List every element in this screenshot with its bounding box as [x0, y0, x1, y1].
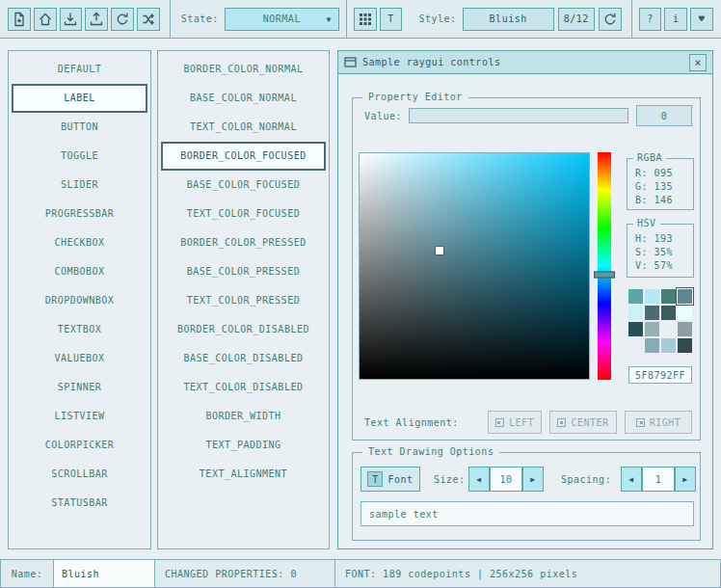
control-item-textbox[interactable]: TEXTBOX — [12, 315, 147, 344]
grid-view-button[interactable] — [354, 8, 377, 31]
style-name-input[interactable]: Bluish — [53, 559, 155, 588]
spacing-decrease-button[interactable]: ◀ — [621, 467, 642, 492]
property-item-base-color-normal[interactable]: BASE_COLOR_NORMAL — [161, 84, 326, 113]
palette-swatch[interactable] — [661, 306, 676, 320]
grid-icon — [359, 13, 372, 26]
random-style-button[interactable] — [137, 8, 160, 31]
control-item-toggle[interactable]: TOGGLE — [12, 142, 147, 171]
palette-swatch[interactable] — [645, 289, 659, 304]
font-size-toggle-button[interactable]: 8/12 — [558, 8, 595, 31]
spacing-increase-button[interactable]: ▶ — [675, 467, 696, 492]
property-item-border-color-normal[interactable]: BORDER_COLOR_NORMAL — [161, 55, 326, 84]
control-item-default[interactable]: DEFAULT — [12, 55, 147, 84]
statusbar: Name: Bluish CHANGED PROPERTIES: 0 FONT:… — [0, 559, 721, 588]
size-value-box[interactable]: 10 — [490, 467, 522, 492]
about-button[interactable]: i — [664, 8, 687, 31]
palette-swatch[interactable] — [661, 322, 676, 336]
value-label: Value: — [364, 111, 402, 121]
control-item-statusbar[interactable]: STATUSBAR — [12, 489, 147, 518]
state-dropdown[interactable]: NORMAL ▼ — [225, 8, 339, 31]
reload-icon — [115, 12, 130, 27]
hsv-group: HSV H: 193 S: 35% V: 57% — [627, 224, 694, 278]
save-style-button[interactable] — [60, 8, 83, 31]
reload-style-button[interactable] — [111, 8, 134, 31]
align-right-icon — [636, 418, 645, 427]
sample-text-input[interactable]: sample text — [360, 501, 694, 526]
help-button[interactable]: ? — [639, 8, 662, 31]
palette-swatch[interactable] — [628, 338, 643, 353]
save-icon — [63, 12, 78, 27]
property-item-base-color-focused[interactable]: BASE_COLOR_FOCUSED — [161, 171, 326, 200]
sample-window-titlebar[interactable]: Sample raygui controls × — [338, 51, 712, 74]
refresh-icon — [602, 12, 618, 27]
property-item-text-alignment[interactable]: TEXT_ALIGNMENT — [161, 460, 326, 489]
control-item-label[interactable]: LABEL — [12, 84, 147, 113]
property-item-border-width[interactable]: BORDER_WIDTH — [161, 402, 326, 431]
property-item-text-color-disabled[interactable]: TEXT_COLOR_DISABLED — [161, 373, 326, 402]
export-style-button[interactable] — [85, 8, 108, 31]
palette-swatch[interactable] — [645, 306, 659, 320]
palette-swatch-selected[interactable] — [678, 289, 692, 304]
toolbar-separator — [170, 0, 171, 38]
palette-swatch[interactable] — [678, 306, 692, 320]
property-item-text-color-pressed[interactable]: TEXT_COLOR_PRESSED — [161, 286, 326, 315]
control-item-spinner[interactable]: SPINNER — [12, 373, 147, 402]
hue-slider-handle[interactable] — [594, 271, 615, 278]
changed-properties-text: CHANGED PROPERTIES: 0 — [165, 569, 297, 579]
align-left-button[interactable]: LEFT — [488, 411, 542, 434]
spacing-value-box[interactable]: 1 — [642, 467, 675, 492]
palette-swatch[interactable] — [628, 289, 643, 304]
palette-swatch[interactable] — [645, 322, 659, 336]
palette-swatch[interactable] — [628, 322, 643, 336]
info-icon: i — [673, 13, 680, 24]
property-item-border-color-disabled[interactable]: BORDER_COLOR_DISABLED — [161, 315, 326, 344]
align-right-button[interactable]: RIGHT — [625, 411, 692, 434]
control-item-progressbar[interactable]: PROGRESSBAR — [12, 200, 147, 228]
palette-swatch[interactable] — [678, 338, 692, 353]
control-item-slider[interactable]: SLIDER — [12, 171, 147, 200]
property-item-text-color-normal[interactable]: TEXT_COLOR_NORMAL — [161, 113, 326, 142]
control-item-checkbox[interactable]: CHECKBOX — [12, 228, 147, 257]
control-item-combobox[interactable]: COMBOBOX — [12, 257, 147, 286]
align-center-button[interactable]: CENTER — [549, 411, 617, 434]
property-item-border-color-pressed[interactable]: BORDER_COLOR_PRESSED — [161, 228, 326, 257]
control-item-valuebox[interactable]: VALUEBOX — [12, 344, 147, 373]
palette-swatch[interactable] — [661, 338, 676, 353]
hex-value-textbox[interactable]: 5F8792FF — [628, 366, 692, 384]
palette-swatch[interactable] — [678, 322, 692, 336]
palette-swatch[interactable] — [628, 306, 643, 320]
window-close-button[interactable]: × — [689, 54, 707, 71]
control-item-listview[interactable]: LISTVIEW — [12, 402, 147, 431]
property-item-base-color-disabled[interactable]: BASE_COLOR_DISABLED — [161, 344, 326, 373]
text-edit-mode-button[interactable]: T — [380, 8, 403, 31]
sample-text-value: sample text — [369, 509, 439, 520]
sv-panel[interactable] — [359, 152, 590, 380]
property-item-base-color-pressed[interactable]: BASE_COLOR_PRESSED — [161, 257, 326, 286]
palette-swatch[interactable] — [661, 289, 676, 304]
property-item-text-color-focused[interactable]: TEXT_COLOR_FOCUSED — [161, 200, 326, 228]
control-item-colorpicker[interactable]: COLORPICKER — [12, 431, 147, 460]
sv-cursor[interactable] — [436, 247, 443, 254]
control-item-scrollbar[interactable]: SCROLLBAR — [12, 460, 147, 489]
value-slider[interactable] — [409, 108, 628, 123]
window-icon — [344, 56, 357, 68]
size-increase-button[interactable]: ▶ — [522, 467, 544, 492]
palette-swatch[interactable] — [645, 338, 659, 353]
style-name-value: Bluish — [490, 13, 527, 24]
size-decrease-button[interactable]: ◀ — [468, 467, 490, 492]
sponsor-button[interactable]: ♥ — [690, 8, 713, 31]
rguistyler-app: State: NORMAL ▼ T Style: Bluish 8/12 ? i — [0, 0, 721, 588]
property-item-text-padding[interactable]: TEXT_PADDING — [161, 431, 326, 460]
load-style-button[interactable] — [34, 8, 57, 31]
control-item-dropdownbox[interactable]: DROPDOWNBOX — [12, 286, 147, 315]
style-label: Style: — [418, 13, 456, 24]
style-name-button[interactable]: Bluish — [463, 8, 554, 31]
refresh-style-button[interactable] — [599, 8, 622, 31]
value-spinner[interactable]: 0 — [636, 105, 692, 126]
control-item-button[interactable]: BUTTON — [12, 113, 147, 142]
new-style-button[interactable] — [8, 8, 31, 31]
property-item-border-color-focused[interactable]: BORDER_COLOR_FOCUSED — [161, 142, 326, 171]
font-button[interactable]: T Font — [360, 467, 420, 492]
font-info-text: FONT: 189 codepoints | 256x256 pixels — [345, 569, 577, 579]
hue-slider[interactable] — [598, 152, 611, 380]
